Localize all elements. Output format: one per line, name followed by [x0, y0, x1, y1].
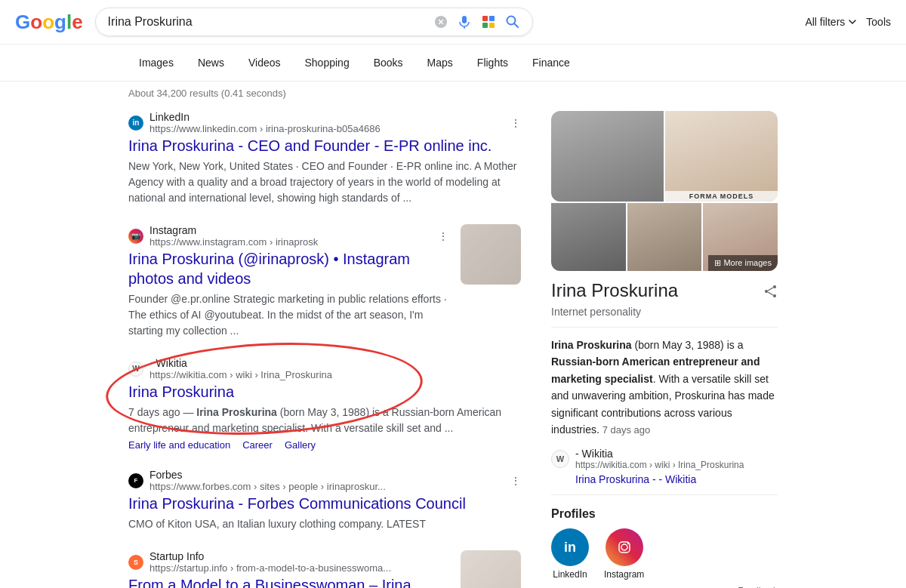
profiles-title: Profiles [551, 507, 778, 521]
profiles-section: Profiles in LinkedIn Instagram [551, 507, 778, 580]
result-source: S Startup Info https://startup.info › fr… [128, 550, 448, 574]
linkedin-favicon: in [128, 115, 143, 131]
result-forbes: F Forbes https://www.forbes.com › sites … [128, 469, 521, 532]
svg-point-11 [773, 285, 776, 288]
more-images-button[interactable]: ⊞ More images [708, 255, 778, 271]
all-filters-button[interactable]: All filters [805, 16, 857, 28]
sidebar-img-2[interactable]: FORMA MODELS [665, 111, 778, 202]
svg-rect-7 [482, 23, 488, 28]
sidebar-img-3[interactable] [551, 203, 626, 271]
sidebar-img-1[interactable] [551, 111, 664, 202]
brand-label: FORMA MODELS [665, 191, 778, 202]
sidebar-source-link[interactable]: Irina Proskurina - - Wikitia [575, 473, 696, 485]
result-snippet: 7 days ago — Irina Proskurina (born May … [128, 405, 521, 436]
svg-point-18 [621, 544, 627, 550]
result-url: https://wikitia.com › wiki › Irina_Prosk… [149, 369, 332, 380]
svg-line-15 [768, 292, 773, 295]
instagram-favicon: 📷 [128, 229, 143, 244]
tab-shopping[interactable]: Shopping [294, 51, 360, 75]
result-url: https://www.linkedin.com › irina-proskur… [149, 123, 381, 134]
svg-rect-6 [489, 16, 495, 21]
result-domain: - Wikitia [149, 357, 332, 369]
image-search-icon[interactable] [481, 14, 496, 29]
tab-images[interactable]: Images [128, 51, 184, 75]
svg-point-19 [627, 543, 628, 544]
result-url: https://www.forbes.com › sites › people … [149, 481, 386, 492]
svg-line-10 [514, 23, 518, 27]
result-source: F Forbes https://www.forbes.com › sites … [128, 469, 521, 492]
share-button[interactable] [764, 285, 778, 298]
svg-rect-5 [482, 16, 488, 21]
sidebar-description: Internet personality [551, 306, 778, 318]
sub-link-gallery[interactable]: Gallery [285, 439, 316, 451]
sidebar-divider [551, 327, 778, 328]
result-title[interactable]: From a Model to a Businesswoman – Irina … [128, 575, 448, 588]
sidebar-divider-2 [551, 494, 778, 495]
linkedin-label: LinkedIn [553, 569, 587, 580]
sidebar-source: W - Wikitia https://wikitia.com › wiki ›… [551, 448, 778, 470]
result-more-icon[interactable]: ⋮ [510, 117, 521, 129]
result-url: https://www.instagram.com › irinaprosk [149, 236, 318, 248]
result-more-icon[interactable]: ⋮ [510, 475, 521, 487]
header: Google All filters Tools [0, 0, 906, 45]
sidebar-timestamp: 7 days ago [602, 424, 651, 436]
tab-books[interactable]: Books [363, 51, 414, 75]
tab-news[interactable]: News [187, 51, 235, 75]
search-input[interactable] [108, 15, 427, 29]
result-title[interactable]: Irina Proskurina - Forbes Communications… [128, 494, 521, 513]
result-title[interactable]: Irina Proskurina - CEO and Founder - E-P… [128, 136, 521, 155]
header-right: All filters Tools [805, 16, 891, 28]
result-snippet: New York, New York, United States · CEO … [128, 159, 521, 206]
results-list: in LinkedIn https://www.linkedin.com › i… [128, 111, 521, 588]
sidebar-source-name: - Wikitia [575, 448, 744, 460]
wikitia-favicon: W [128, 362, 143, 377]
result-domain: Forbes [149, 469, 386, 481]
svg-point-12 [765, 290, 768, 293]
google-logo[interactable]: Google [15, 11, 83, 34]
svg-line-14 [768, 288, 773, 291]
result-thumbnail [461, 550, 521, 588]
profiles-icons: in LinkedIn Instagram [551, 528, 778, 580]
profile-instagram[interactable]: Instagram [604, 528, 644, 580]
result-title[interactable]: Irina Proskurina [128, 382, 521, 402]
instagram-profile-icon [606, 528, 643, 566]
tab-maps[interactable]: Maps [417, 51, 464, 75]
tools-button[interactable]: Tools [866, 16, 891, 28]
search-button[interactable] [505, 14, 520, 29]
tab-finance[interactable]: Finance [522, 51, 581, 75]
search-bar [95, 8, 533, 36]
sub-link-career[interactable]: Career [242, 439, 273, 451]
result-source: in LinkedIn https://www.linkedin.com › i… [128, 111, 521, 134]
result-domain: Startup Info [149, 550, 391, 562]
svg-rect-8 [489, 23, 495, 28]
forbes-favicon: F [128, 473, 143, 488]
sidebar-source-url: https://wikitia.com › wiki › Irina_Prosk… [575, 460, 744, 470]
result-thumbnail [461, 224, 521, 285]
knowledge-panel: FORMA MODELS ⊞ More images Irina Proskur… [551, 111, 778, 588]
result-title[interactable]: Irina Proskurina (@irinaprosk) • Instagr… [128, 249, 448, 288]
sidebar-img-5[interactable]: ⊞ More images [703, 203, 778, 271]
result-snippet: CMO of Kiton USA, an Italian luxury clot… [128, 516, 521, 532]
search-icons [434, 14, 520, 29]
svg-text:in: in [564, 540, 576, 555]
sidebar-images: FORMA MODELS ⊞ More images [551, 111, 778, 271]
sub-links: Early life and education Career Gallery [128, 439, 521, 451]
profile-linkedin[interactable]: in LinkedIn [551, 528, 589, 580]
sub-link-education[interactable]: Early life and education [128, 439, 230, 451]
result-more-icon[interactable]: ⋮ [438, 230, 448, 242]
voice-search-icon[interactable] [457, 14, 472, 29]
main-content: in LinkedIn https://www.linkedin.com › i… [0, 111, 906, 588]
result-source: W - Wikitia https://wikitia.com › wiki ›… [128, 357, 521, 380]
clear-icon[interactable] [434, 15, 448, 29]
svg-point-13 [773, 294, 776, 297]
tab-videos[interactable]: Videos [238, 51, 291, 75]
result-source: 📷 Instagram https://www.instagram.com › … [128, 224, 448, 248]
sidebar-source-favicon: W [551, 450, 569, 468]
tab-flights[interactable]: Flights [467, 51, 519, 75]
result-domain: LinkedIn [149, 111, 381, 123]
sidebar-img-4[interactable] [627, 203, 702, 271]
result-linkedin: in LinkedIn https://www.linkedin.com › i… [128, 111, 521, 206]
result-domain: Instagram [149, 224, 318, 236]
result-instagram: 📷 Instagram https://www.instagram.com › … [128, 224, 521, 339]
result-wikitia: W - Wikitia https://wikitia.com › wiki ›… [128, 357, 521, 451]
